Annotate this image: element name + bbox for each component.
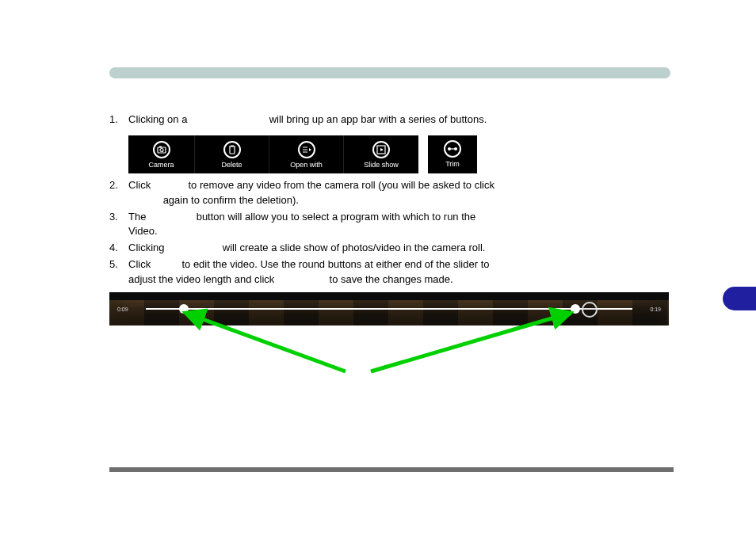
- svg-rect-2: [159, 146, 162, 147]
- appbar-label: Open with: [290, 161, 323, 169]
- appbar-trim[interactable]: Trim: [428, 135, 477, 173]
- list-arrow-icon: [298, 141, 315, 158]
- step-4: 4. Clicking will create a slide show of …: [109, 241, 670, 256]
- step-5: 5. Click to edit the video. Use the roun…: [109, 257, 670, 287]
- side-tab-pill[interactable]: [723, 287, 756, 310]
- text: to edit the video. Use the round buttons…: [181, 258, 489, 270]
- text: to remove any video from the camera roll…: [188, 179, 494, 191]
- step-body: Clicking will create a slide show of pho…: [128, 241, 670, 256]
- trim-slider-figure: 0:09 0:19: [109, 292, 669, 338]
- step-body: Click to edit the video. Use the round b…: [128, 257, 670, 287]
- text: Click: [128, 258, 151, 270]
- trim-handles-icon: [444, 140, 461, 158]
- trash-icon: [223, 141, 241, 158]
- instruction-list-cont: 2. Click to remove any video from the ca…: [109, 178, 670, 287]
- instruction-list: 1. Clicking on a will bring up an app ba…: [109, 112, 670, 128]
- appbar-slideshow[interactable]: Slide show: [344, 135, 418, 173]
- step-body: Click to remove any video from the camer…: [128, 178, 670, 208]
- svg-point-5: [454, 147, 457, 150]
- text: Clicking: [128, 242, 165, 253]
- step-number: 3.: [109, 210, 128, 225]
- step-number: 5.: [109, 257, 128, 272]
- appbar-camera[interactable]: Camera: [128, 135, 195, 173]
- step-number: 4.: [109, 241, 128, 256]
- header-rule: [109, 67, 670, 78]
- text: Clicking on a: [128, 113, 187, 125]
- step-number: 1.: [109, 112, 128, 128]
- text: The: [128, 211, 146, 223]
- svg-line-7: [371, 313, 571, 371]
- text: adjust the video length and click: [128, 273, 274, 285]
- step-number: 2.: [109, 178, 128, 193]
- step-body: Clicking on a will bring up an app bar w…: [128, 112, 670, 128]
- text: to save the changes made.: [330, 273, 453, 285]
- text: will create a slide show of photos/video…: [223, 242, 486, 253]
- svg-point-1: [160, 148, 163, 151]
- appbar-main: Camera Delete Open with: [128, 135, 418, 173]
- footer-rule: [109, 467, 674, 472]
- svg-line-6: [185, 313, 346, 371]
- svg-point-4: [448, 147, 451, 150]
- appbar-delete[interactable]: Delete: [195, 135, 269, 173]
- appbar-label: Camera: [148, 161, 174, 169]
- text: again to confirm the deletion).: [163, 194, 299, 206]
- text: Video.: [128, 225, 158, 237]
- step-2: 2. Click to remove any video from the ca…: [109, 178, 670, 208]
- step-3: 3. The button will allow you to select a…: [109, 210, 670, 240]
- text: Click: [128, 179, 151, 191]
- appbar-label: Delete: [221, 161, 242, 169]
- play-box-icon: [372, 141, 390, 158]
- callout-arrows: [109, 292, 669, 387]
- appbar-label: Trim: [445, 160, 460, 168]
- text: will bring up an app bar with a series o…: [269, 113, 487, 125]
- appbar-label: Slide show: [364, 161, 399, 169]
- text: button will allow you to select a progra…: [197, 211, 476, 223]
- step-body: The button will allow you to select a pr…: [128, 210, 670, 240]
- content-block: 1. Clicking on a will bring up an app ba…: [109, 112, 670, 338]
- appbar-figure: Camera Delete Open with: [128, 135, 670, 173]
- camera-icon: [153, 141, 170, 158]
- document-page: 1. Clicking on a will bring up an app ba…: [0, 0, 756, 533]
- step-1: 1. Clicking on a will bring up an app ba…: [109, 112, 670, 128]
- appbar-openwith[interactable]: Open with: [269, 135, 344, 173]
